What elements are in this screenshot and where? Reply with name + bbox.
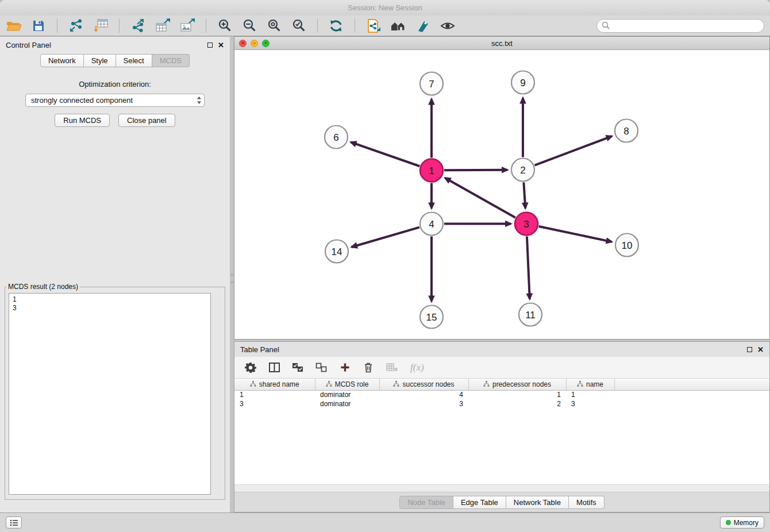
graph-node-6[interactable]: 6 [325, 126, 348, 149]
criterion-dropdown[interactable]: strongly connected component [25, 94, 205, 107]
toolbar-separator [317, 19, 318, 33]
task-history-button[interactable] [6, 516, 22, 529]
graph-node-10[interactable]: 10 [615, 234, 638, 257]
delete-column-button[interactable] [363, 362, 374, 373]
graph-node-7[interactable]: 7 [420, 72, 443, 95]
table-settings-button[interactable] [245, 362, 256, 373]
float-panel-icon[interactable] [207, 43, 213, 48]
open-session-button[interactable] [6, 18, 22, 34]
window-title: Session: New Session [348, 3, 422, 12]
tree-icon [326, 381, 332, 387]
select-all-icon [292, 363, 303, 372]
save-session-button[interactable] [30, 18, 47, 34]
tab-motifs[interactable]: Motifs [569, 496, 605, 509]
graph-edge-1-6[interactable] [351, 142, 419, 166]
close-panel-icon[interactable]: ✕ [218, 41, 224, 49]
import-network-button[interactable] [68, 18, 84, 34]
graph-edge-1-2[interactable] [444, 170, 507, 171]
show-hide-button[interactable] [440, 18, 456, 34]
zoom-out-button[interactable] [241, 18, 257, 34]
graph-edge-3-11[interactable] [527, 236, 530, 299]
table-panel-title: Table Panel [240, 345, 279, 354]
main-toolbar [0, 16, 770, 36]
tab-style[interactable]: Style [84, 54, 116, 67]
graph-edge-4-14[interactable] [352, 228, 419, 247]
column-header-predecessor-nodes[interactable]: predecessor nodes [468, 379, 566, 390]
zoom-in-button[interactable] [217, 18, 233, 34]
graph-node-15[interactable]: 15 [420, 306, 443, 329]
graph-node-3[interactable]: 3 [515, 213, 538, 236]
graph-node-9[interactable]: 9 [511, 71, 534, 94]
select-all-button[interactable] [292, 363, 303, 372]
tree-icon [250, 381, 256, 387]
tab-mcds[interactable]: MCDS [152, 54, 190, 67]
mcds-result-box: MCDS result (2 nodes) 13 [5, 283, 225, 500]
graph-node-11[interactable]: 11 [519, 303, 542, 326]
float-table-panel-icon[interactable] [747, 347, 752, 352]
memory-button[interactable]: Memory [720, 516, 764, 529]
table-row[interactable]: 3dominator323 [234, 399, 769, 408]
export-network-button[interactable] [130, 18, 146, 34]
gear-icon [245, 362, 256, 373]
tab-select[interactable]: Select [116, 54, 152, 67]
search-box [596, 19, 764, 33]
search-input[interactable] [613, 21, 759, 30]
export-image-button[interactable] [179, 18, 195, 34]
export-table-icon [155, 18, 171, 33]
column-header-successor-nodes[interactable]: successor nodes [379, 379, 468, 390]
table-row[interactable]: 1dominator411 [234, 390, 769, 399]
mcds-buttons: Run MCDS Close panel [0, 114, 230, 127]
zoom-out-icon [242, 18, 257, 33]
close-table-panel-icon[interactable]: ✕ [757, 346, 764, 353]
svg-text:4: 4 [429, 219, 434, 230]
graph-edge-3-1[interactable] [445, 178, 515, 218]
eye-icon [440, 20, 455, 32]
first-neighbors-button[interactable] [390, 18, 406, 34]
graph-node-14[interactable]: 14 [325, 240, 348, 263]
zoom-selected-button[interactable] [291, 18, 307, 34]
tab-node-table[interactable]: Node Table [399, 496, 453, 509]
show-columns-button[interactable] [268, 363, 280, 372]
style-brush-icon [416, 19, 430, 33]
svg-text:1: 1 [429, 165, 434, 176]
vertical-splitter[interactable] [230, 36, 234, 512]
minimize-window-button[interactable]: − [251, 40, 258, 47]
search-icon [602, 21, 610, 30]
apply-style-button[interactable] [415, 18, 431, 34]
tab-edge-table[interactable]: Edge Table [453, 496, 506, 509]
graph-node-1[interactable]: 1 [420, 159, 443, 182]
table-header-row: shared nameMCDS rolesuccessor nodesprede… [234, 379, 769, 390]
create-column-button[interactable] [339, 363, 351, 372]
column-header-MCDS-role[interactable]: MCDS role [315, 379, 379, 390]
tab-network[interactable]: Network [40, 54, 84, 67]
export-table-button[interactable] [155, 18, 171, 34]
plus-icon [340, 363, 350, 372]
import-table-button[interactable] [93, 18, 109, 34]
maximize-window-button[interactable]: + [262, 40, 270, 47]
zoom-fit-button[interactable] [266, 18, 282, 34]
graph-edge-3-10[interactable] [539, 226, 612, 242]
close-window-button[interactable]: ✕ [239, 40, 247, 47]
function-builder-button: f(x) [410, 362, 424, 373]
graph-edge-2-8[interactable] [535, 136, 612, 165]
close-mcds-panel-button[interactable]: Close panel [118, 114, 175, 127]
run-mcds-button[interactable]: Run MCDS [55, 114, 110, 127]
graph-node-2[interactable]: 2 [511, 159, 534, 182]
graph-edge-2-3[interactable] [523, 182, 525, 208]
graph-node-4[interactable]: 4 [420, 213, 443, 236]
network-canvas[interactable]: 7968124314101511 [234, 50, 769, 339]
graph-node-8[interactable]: 8 [615, 119, 638, 142]
tab-network-table[interactable]: Network Table [506, 496, 569, 509]
control-panel: Control Panel ✕ NetworkStyleSelectMCDS O… [0, 36, 230, 512]
refresh-layout-button[interactable] [328, 18, 344, 34]
houses-icon [390, 20, 406, 32]
copy-style-button[interactable] [365, 18, 382, 34]
network-window-title: scc.txt [234, 39, 769, 48]
table-hscrollbar[interactable] [234, 484, 769, 492]
toolbar-separator [57, 19, 57, 33]
optimization-label: Optimization criterion: [0, 80, 230, 88]
column-header-name[interactable]: name [566, 379, 614, 390]
column-header-shared-name[interactable]: shared name [234, 379, 315, 390]
network-window-titlebar: ✕ − + scc.txt [234, 37, 769, 50]
deselect-all-button[interactable] [315, 363, 327, 372]
